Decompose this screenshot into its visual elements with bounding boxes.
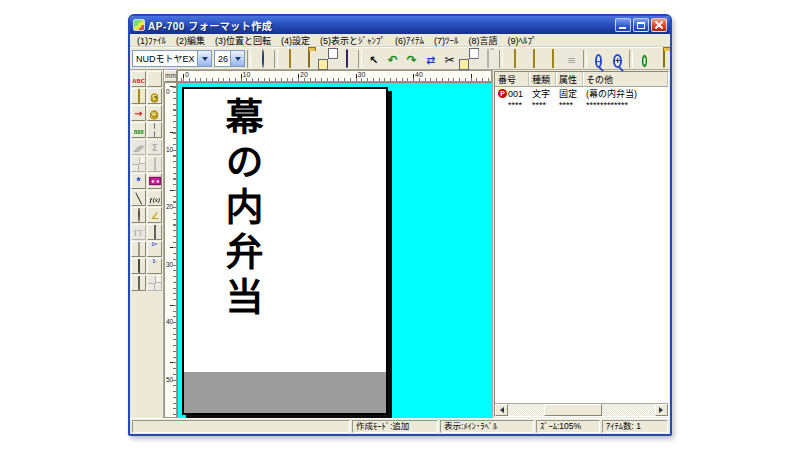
column-header-attribute[interactable]: 属性: [556, 72, 583, 86]
menu-settings[interactable]: (4)設定: [276, 34, 315, 47]
vertical-barcode-tool[interactable]: [147, 71, 162, 87]
duplicate-tool: [147, 275, 162, 291]
item-number: ****: [508, 100, 522, 110]
close-button[interactable]: [651, 18, 667, 32]
cell-type: 文字: [529, 87, 556, 100]
toolbar-separator: [358, 50, 362, 68]
bitmap-tool[interactable]: [131, 275, 146, 291]
save-button[interactable]: [337, 50, 356, 68]
hint-button[interactable]: !: [635, 50, 654, 68]
decoration-tool[interactable]: *: [131, 173, 146, 189]
scroll-right-icon[interactable]: [655, 404, 668, 416]
toolbar-separator: [583, 50, 587, 68]
scroll-left-icon[interactable]: [495, 404, 508, 416]
arrow-tool[interactable]: →: [131, 105, 146, 121]
jump-open-button[interactable]: [654, 50, 672, 68]
table-row[interactable]: ************************: [495, 100, 668, 110]
column-header-other[interactable]: その他: [583, 72, 668, 86]
design-canvas[interactable]: 幕の内弁当: [177, 82, 492, 418]
menu-tool[interactable]: (7)ﾂｰﾙ: [429, 34, 464, 47]
function-tool[interactable]: ƒ(x): [147, 190, 162, 206]
menu-item[interactable]: (6)ｱｲﾃﾑ: [390, 34, 429, 47]
menu-edit[interactable]: (2)編集: [171, 34, 210, 47]
v-ruler-tick-label: 30: [166, 261, 173, 268]
minimize-button[interactable]: [615, 18, 631, 32]
maximize-button[interactable]: [633, 18, 649, 32]
redo-icon: ↷: [406, 50, 416, 68]
line-tool[interactable]: ╲: [131, 190, 146, 206]
chevron-down-icon[interactable]: [230, 51, 244, 66]
sequence-tool[interactable]: 1-2-: [147, 258, 162, 274]
table-row[interactable]: P001文字固定(幕の内弁当): [495, 87, 668, 100]
new-button[interactable]: [280, 50, 299, 68]
menu-file[interactable]: (1)ﾌｧｲﾙ: [132, 34, 171, 47]
counter-tool[interactable]: 888: [131, 122, 146, 138]
clock-tool[interactable]: ◔: [147, 88, 162, 104]
column-header-number[interactable]: 番号: [495, 72, 529, 86]
h-ruler-tick-label: 20: [300, 71, 308, 78]
v-ruler-tick-label: 10: [166, 146, 173, 153]
undo-button[interactable]: ↶: [383, 50, 402, 68]
font-select-value: NUDモトヤEX明朝: [136, 52, 195, 65]
gray-grid-icon: [154, 157, 156, 172]
font-select[interactable]: NUDモトヤEX明朝: [132, 50, 212, 67]
label-gray-band[interactable]: [184, 372, 386, 413]
cell-type: ****: [529, 100, 556, 110]
memo-edit-button[interactable]: [524, 50, 543, 68]
menu-language[interactable]: (8)言語: [464, 34, 503, 47]
pie-tool[interactable]: [131, 207, 146, 223]
frame-tool[interactable]: [131, 258, 146, 274]
zoom-in-button[interactable]: +: [608, 50, 627, 68]
symbol-tool[interactable]: ☺: [147, 105, 162, 121]
angle-tool[interactable]: ∠: [147, 207, 162, 223]
item-list-hscrollbar[interactable]: [495, 403, 668, 416]
zoom-out-button[interactable]: -: [589, 50, 608, 68]
numlist-icon: 1=2=: [152, 241, 158, 257]
paste-button: [478, 50, 497, 68]
qrcode-tool[interactable]: [147, 224, 162, 240]
cut-button[interactable]: ✂: [440, 50, 459, 68]
column-header-type[interactable]: 種類: [529, 72, 556, 86]
menu-view-jump[interactable]: (5)表示とｼﾞｬﾝﾌﾟ: [315, 34, 390, 47]
item-list: 番号種類属性その他 P001文字固定(幕の内弁当)***************…: [494, 71, 669, 417]
scrollbar-track[interactable]: [508, 404, 655, 416]
table-tool[interactable]: [131, 88, 146, 104]
media-tool[interactable]: [147, 173, 162, 189]
item-list-button: ≡: [562, 50, 581, 68]
new-page-icon: [289, 50, 291, 68]
item-list-rows: P001文字固定(幕の内弁当)************************: [495, 87, 668, 110]
scrollbar-thumb[interactable]: [544, 404, 602, 416]
chevron-down-icon[interactable]: [197, 51, 211, 66]
select-button[interactable]: ↖: [364, 50, 383, 68]
label-preview[interactable]: 幕の内弁当: [182, 87, 388, 415]
copy-button[interactable]: [459, 50, 478, 68]
v-ruler-tick-label: 0: [166, 88, 170, 95]
calculator-tool[interactable]: [147, 122, 162, 138]
scissors-icon: ✂: [444, 50, 454, 68]
memo-save-button[interactable]: [543, 50, 562, 68]
grid-tool: [147, 156, 162, 172]
arrange-icon: ⇄: [426, 50, 435, 68]
barcode-tool[interactable]: [131, 241, 146, 257]
arrange-button[interactable]: ⇄: [421, 50, 440, 68]
label-text-item[interactable]: 幕の内弁当: [214, 97, 269, 322]
menu-position-rotation[interactable]: (3)位置と回転: [210, 34, 276, 47]
menu-help[interactable]: (9)ﾍﾙﾌﾟ: [503, 34, 542, 47]
toolbar-separator: [274, 50, 278, 68]
open-button[interactable]: [299, 50, 318, 68]
char-settings-button[interactable]: [253, 50, 272, 68]
text-tool[interactable]: ABC: [131, 71, 146, 87]
numbered-list-tool[interactable]: 1=2=: [147, 241, 162, 257]
item-list-empty-area: [495, 110, 668, 403]
cell-attribute: 固定: [556, 87, 583, 100]
redo-button[interactable]: ↷: [402, 50, 421, 68]
title-bar[interactable]: AP-700 フォーマット作成: [130, 16, 670, 34]
fx-icon: ƒ(x): [149, 191, 160, 206]
v-ruler-tick-label: 20: [166, 203, 173, 210]
memo-add-button[interactable]: [505, 50, 524, 68]
sigma-icon: Σ: [151, 140, 157, 155]
save-as-button[interactable]: [318, 50, 337, 68]
app-icon: [133, 19, 145, 31]
font-size-select[interactable]: 26: [214, 50, 245, 67]
desktop: AP-700 フォーマット作成 (1)ﾌｧｲﾙ(2)編集(3)位置と回転(4)設…: [0, 0, 800, 450]
